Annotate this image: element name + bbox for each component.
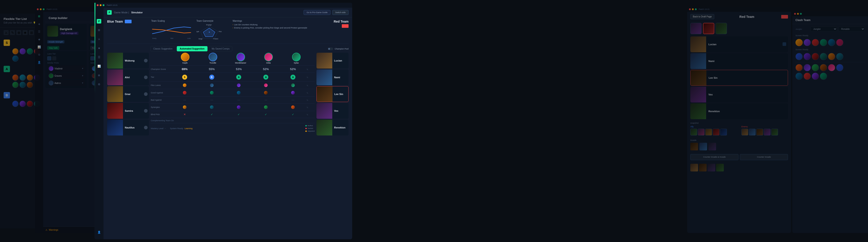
comp-sidebar-icon3[interactable]: ☰ xyxy=(37,29,41,34)
suggested-kayle[interactable]: Kayle xyxy=(171,53,199,64)
clash-jungler-select[interactable]: Jungler xyxy=(810,27,837,32)
minimize-dot[interactable] xyxy=(40,8,41,10)
snap-enemy-4[interactable] xyxy=(764,129,771,135)
clash-max[interactable] xyxy=(800,13,802,15)
syn-edit[interactable]: ✎ xyxy=(307,105,311,109)
clash-min[interactable] xyxy=(797,13,799,15)
main-close-dot[interactable] xyxy=(97,4,98,6)
comp-sidebar-icon5[interactable]: 📊 xyxy=(37,45,41,49)
clash-champ-c4[interactable] xyxy=(820,64,827,71)
sidebar-icon-user[interactable]: 👤 xyxy=(96,230,101,235)
clash-champ-c2[interactable] xyxy=(804,64,811,71)
clash-champ-a5[interactable] xyxy=(828,39,835,46)
right-min-dot[interactable] xyxy=(692,8,694,10)
clash-champ-b4[interactable] xyxy=(820,53,827,60)
snap-ally-1[interactable] xyxy=(690,129,697,135)
champ-pool-toggle[interactable] xyxy=(328,48,333,50)
good-edit[interactable]: ✎ xyxy=(307,91,311,95)
sidebar-icon-expand[interactable]: ⊕ xyxy=(96,73,101,78)
snap-ally-4[interactable] xyxy=(713,129,719,135)
clash-champ-a3[interactable] xyxy=(812,39,819,46)
red-champ-nami[interactable]: Nami xyxy=(316,69,348,85)
clash-ronaldo-select[interactable]: Ronaldo xyxy=(838,27,865,32)
classic-suggestion-tab[interactable]: Classic Suggestion xyxy=(150,46,176,51)
bad-edit[interactable]: ✎ xyxy=(307,98,311,102)
pick-item-1a[interactable]: Vladimir ▼ xyxy=(47,65,85,72)
right-renekton-row[interactable]: Renekton xyxy=(690,103,788,119)
back-to-draft-button[interactable]: Back to Draft Page xyxy=(690,14,714,19)
right-close-dot[interactable] xyxy=(689,8,691,10)
comp-sidebar-icon4[interactable]: ◆ xyxy=(37,37,41,41)
counter-invade-btn[interactable]: Counter Invade & Invade xyxy=(690,154,739,160)
clash-champ-a1[interactable] xyxy=(796,39,803,46)
clash-champ-a6[interactable] xyxy=(836,39,843,46)
right-vex-row[interactable]: Vex xyxy=(690,87,788,102)
suggested-sylas[interactable]: Sylas xyxy=(282,53,310,64)
snap-ally-2[interactable] xyxy=(698,129,705,135)
main-min-dot[interactable] xyxy=(100,4,101,6)
red-champ-renekton[interactable]: Renekton xyxy=(316,120,348,135)
snap-enemy-3[interactable] xyxy=(756,129,763,135)
red-champ-vex[interactable]: Vex xyxy=(316,103,348,119)
hcs-champ-3[interactable] xyxy=(716,23,727,34)
blue-champ-samira[interactable]: Samira xyxy=(107,103,149,119)
automated-suggestion-tab[interactable]: Automated Suggestion xyxy=(177,46,207,51)
main-max-dot[interactable] xyxy=(103,4,104,6)
flex-edit[interactable]: ✎ xyxy=(307,83,311,87)
pro-guide-button[interactable]: Go to Pro-Game Guide xyxy=(304,10,331,15)
counter-btn[interactable]: Counter Invade xyxy=(740,154,788,160)
bottom-champ-4[interactable] xyxy=(716,164,724,172)
suggested-mordekaiser[interactable]: Mordekaiser xyxy=(227,53,254,64)
sidebar-icon-star[interactable]: ★ xyxy=(96,46,101,51)
right-leesin-row[interactable]: Lee Sin xyxy=(690,70,788,86)
sidebar-icon-list[interactable]: ☰ xyxy=(96,55,101,60)
invade-champ-2[interactable] xyxy=(700,143,707,150)
clash-champ-b6[interactable] xyxy=(836,53,843,60)
clash-champ-d1[interactable] xyxy=(796,72,803,80)
clash-champ-b3[interactable] xyxy=(812,53,819,60)
comp-sidebar-icon6[interactable]: ⚙ xyxy=(37,53,41,57)
hcs-champ-1[interactable] xyxy=(690,23,702,34)
switch-side-button[interactable]: Switch-side xyxy=(332,10,348,15)
snap-enemy-5[interactable] xyxy=(771,129,778,135)
red-champ-lucian[interactable]: Lucian xyxy=(316,53,348,68)
snap-enemy-1[interactable] xyxy=(741,129,748,135)
blind-edit[interactable]: ✎ xyxy=(307,113,311,117)
score-edit[interactable]: ✎ xyxy=(307,67,311,71)
clash-champ-b1[interactable] xyxy=(796,53,803,60)
hcs-champ-2[interactable] xyxy=(703,23,714,34)
clash-champ-d2[interactable] xyxy=(804,72,811,80)
blue-champ-wukong[interactable]: Wukong xyxy=(107,53,149,68)
right-lucian-row[interactable]: Lucian xyxy=(690,36,788,52)
close-dot[interactable] xyxy=(37,8,39,10)
my-saved-tab[interactable]: My Saved Comps xyxy=(209,46,232,51)
sidebar-icon-settings[interactable]: ⚙ xyxy=(96,82,101,87)
clash-champ-b2[interactable] xyxy=(804,53,811,60)
clash-champ-a4[interactable] xyxy=(820,39,827,46)
bottom-champ-1[interactable] xyxy=(690,164,698,172)
invade-champ-1[interactable] xyxy=(690,143,698,150)
blue-champ-nautilus[interactable]: Nautilus xyxy=(107,120,149,135)
comp-sidebar-icon2[interactable]: ◈ xyxy=(37,22,41,26)
clash-champ-a2[interactable] xyxy=(804,39,811,46)
blue-champ-gnar[interactable]: Gnar xyxy=(107,86,149,102)
snap-ally-5[interactable] xyxy=(720,129,727,135)
pick-item-1c[interactable]: Aatrox ▼ xyxy=(47,80,85,86)
right-max-dot[interactable] xyxy=(695,8,697,10)
clash-close[interactable] xyxy=(794,13,796,15)
clash-champ-c1[interactable] xyxy=(796,64,803,71)
comp-sidebar-icon7[interactable]: 👤 xyxy=(37,60,41,65)
pick-item-1b[interactable]: Graves ▼ xyxy=(47,72,85,79)
suggested-irelia[interactable]: Irelia xyxy=(254,53,282,64)
clash-champ-c6[interactable] xyxy=(836,64,843,71)
bottom-champ-2[interactable] xyxy=(699,164,707,172)
maximize-dot[interactable] xyxy=(43,8,44,10)
suggested-trundle[interactable]: Trundle xyxy=(199,53,227,64)
sidebar-icon-chart[interactable]: 📊 xyxy=(96,64,101,69)
sidebar-icon-sword[interactable]: ⚔ xyxy=(96,37,101,41)
clash-champ-c5[interactable] xyxy=(828,64,835,71)
clash-champ-d3[interactable] xyxy=(812,72,819,80)
red-champ-leesin[interactable]: Lee Sin xyxy=(316,86,348,102)
snap-enemy-2[interactable] xyxy=(749,129,756,135)
sidebar-icon-home[interactable]: ⊞ xyxy=(96,28,101,33)
